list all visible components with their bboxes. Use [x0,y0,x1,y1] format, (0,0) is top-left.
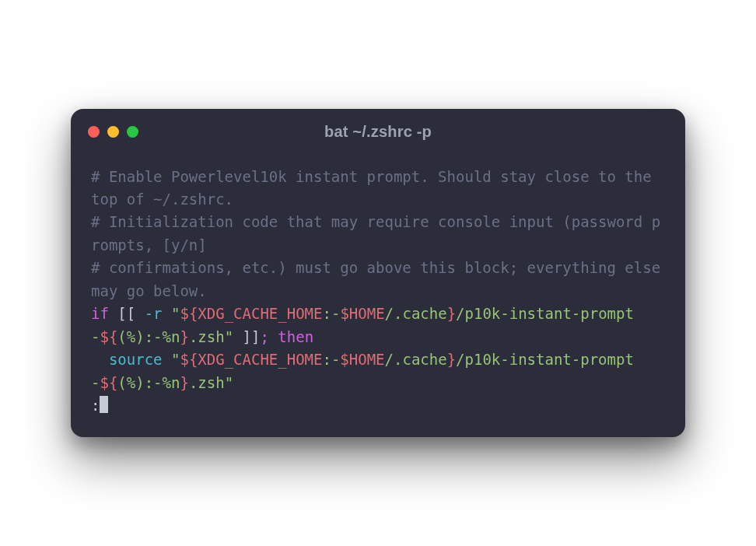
comment-line: # confirmations, etc.) must go above thi… [91,257,665,303]
comment-line: # Initialization code that may require c… [91,211,665,257]
variable: $HOME [340,351,384,368]
comment-line: # Enable Powerlevel10k instant prompt. S… [91,166,665,212]
flag: -r [145,305,163,322]
code-line: source "${XDG_CACHE_HOME:-$HOME/.cache}/… [91,348,665,394]
terminal-window: bat ~/.zshrc -p # Enable Powerlevel10k i… [71,109,685,438]
titlebar: bat ~/.zshrc -p [71,109,685,149]
zoom-icon[interactable] [127,126,138,138]
keyword-source: source [109,351,163,368]
variable: ${XDG_CACHE_HOME [180,305,322,322]
variable: $HOME [340,305,384,322]
keyword-if: if [91,305,109,322]
pager-prompt: : [91,397,100,414]
terminal-body[interactable]: # Enable Powerlevel10k instant prompt. S… [71,149,685,438]
close-icon[interactable] [88,126,100,138]
traffic-lights [88,126,138,138]
pager-prompt-line: : [91,394,665,417]
minimize-icon[interactable] [107,126,119,138]
window-title: bat ~/.zshrc -p [88,123,668,141]
cursor-icon [100,396,108,413]
code-line: if [[ -r "${XDG_CACHE_HOME:-$HOME/.cache… [91,303,665,348]
variable: ${XDG_CACHE_HOME [180,351,322,368]
keyword-then: then [269,328,313,345]
